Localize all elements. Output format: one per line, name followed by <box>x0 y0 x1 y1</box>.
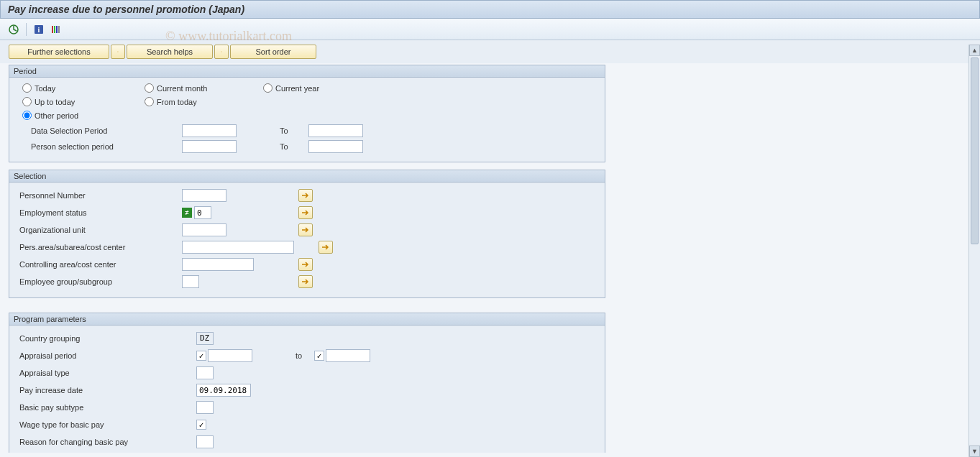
reason-input[interactable] <box>196 435 214 448</box>
radio-up-to-today[interactable]: Up to today <box>22 97 145 106</box>
selection-group: Selection Personnel Number Employment st… <box>9 170 605 298</box>
employee-group-input[interactable] <box>182 275 199 288</box>
wage-type-checkbox[interactable]: ✓ <box>196 420 206 430</box>
personnel-number-input[interactable] <box>182 189 226 202</box>
selection-group-title: Selection <box>9 170 605 183</box>
person-selection-to-label: To <box>280 142 308 151</box>
radio-current-month-label: Current month <box>157 84 207 93</box>
data-selection-from-input[interactable] <box>182 124 237 137</box>
svg-rect-6 <box>58 26 60 33</box>
reason-label: Reason for changing basic pay <box>17 438 196 446</box>
radio-current-year[interactable]: Current year <box>263 83 371 93</box>
radio-other-period[interactable]: Other period <box>22 111 145 120</box>
basic-pay-subtype-label: Basic pay subtype <box>17 403 196 412</box>
search-helps-button[interactable]: Search helps <box>127 45 213 59</box>
pers-area-label: Pers.area/subarea/cost center <box>17 243 182 251</box>
svg-text:i: i <box>38 26 40 34</box>
sort-order-button[interactable]: Sort order <box>230 45 316 59</box>
list-icon[interactable] <box>50 23 63 36</box>
employment-status-input[interactable] <box>194 206 211 219</box>
svg-rect-3 <box>52 26 53 33</box>
svg-rect-4 <box>54 26 55 33</box>
person-selection-period-label: Person selection period <box>17 142 182 151</box>
radio-from-today-label: From today <box>157 98 197 106</box>
pay-increase-date-input[interactable] <box>196 384 251 397</box>
svg-rect-5 <box>56 26 58 33</box>
appraisal-type-label: Appraisal type <box>17 369 196 377</box>
personnel-number-label: Personnel Number <box>17 191 182 200</box>
vertical-scrollbar[interactable]: ▲ ▼ <box>968 45 980 457</box>
controlling-area-multi-button[interactable] <box>298 258 313 271</box>
personnel-number-multi-button[interactable] <box>298 189 313 202</box>
employee-group-label: Employee group/subgroup <box>17 277 182 286</box>
sort-order-arrow-icon[interactable] <box>214 45 229 59</box>
controlling-area-label: Controlling area/cost center <box>17 260 182 269</box>
info-icon[interactable]: i <box>32 23 45 36</box>
appraisal-period-to-label: to <box>296 351 314 360</box>
appraisal-period-from-input[interactable] <box>208 349 252 362</box>
scroll-thumb[interactable] <box>971 57 979 244</box>
country-grouping-value: DZ <box>196 332 214 345</box>
data-selection-to-label: To <box>280 126 308 135</box>
controlling-area-input[interactable] <box>182 258 254 271</box>
appraisal-period-checkbox[interactable]: ✓ <box>196 351 206 361</box>
radio-today-label: Today <box>35 84 55 93</box>
program-parameters-group: Program parameters Country grouping DZ A… <box>9 313 605 453</box>
pay-increase-date-label: Pay increase date <box>17 386 196 394</box>
radio-current-month[interactable]: Current month <box>145 83 263 93</box>
search-helps-arrow-icon[interactable] <box>111 45 125 59</box>
not-equal-icon[interactable]: ≠ <box>182 208 192 218</box>
appraisal-period-label: Appraisal period <box>17 351 196 360</box>
person-selection-from-input[interactable] <box>182 140 237 153</box>
wage-type-label: Wage type for basic pay <box>17 420 196 429</box>
pers-area-input[interactable] <box>182 241 294 254</box>
selection-button-row: Further selections Search helps Sort ord… <box>0 40 980 63</box>
data-selection-period-label: Data Selection Period <box>17 126 182 135</box>
appraisal-type-input[interactable] <box>196 366 214 379</box>
program-parameters-title: Program parameters <box>9 313 605 326</box>
person-selection-to-input[interactable] <box>308 140 363 153</box>
toolbar-separator <box>26 23 27 36</box>
radio-from-today[interactable]: From today <box>145 97 263 106</box>
scroll-down-icon[interactable]: ▼ <box>969 446 980 457</box>
execute-icon[interactable] <box>7 23 20 36</box>
org-unit-multi-button[interactable] <box>298 223 313 236</box>
page-title: Pay increase due to personnel promotion … <box>0 0 980 19</box>
radio-other-period-label: Other period <box>35 111 78 120</box>
org-unit-label: Organizational unit <box>17 226 182 234</box>
period-group-title: Period <box>9 65 605 78</box>
employee-group-multi-button[interactable] <box>298 275 313 288</box>
employment-status-multi-button[interactable] <box>298 206 313 219</box>
appraisal-period-to-checkbox[interactable]: ✓ <box>314 351 324 361</box>
data-selection-to-input[interactable] <box>308 124 363 137</box>
radio-today[interactable]: Today <box>22 83 145 93</box>
radio-current-year-label: Current year <box>275 84 319 93</box>
pers-area-multi-button[interactable] <box>319 241 333 254</box>
country-grouping-label: Country grouping <box>17 334 196 343</box>
appraisal-period-to-input[interactable] <box>326 349 370 362</box>
further-selections-button[interactable]: Further selections <box>9 45 109 59</box>
radio-up-to-today-label: Up to today <box>35 98 75 106</box>
content-area: Further selections Search helps Sort ord… <box>0 40 980 453</box>
app-toolbar: i <box>0 19 980 40</box>
period-group: Period Today Current month Current year … <box>9 65 605 162</box>
basic-pay-subtype-input[interactable] <box>196 401 214 414</box>
scroll-up-icon[interactable]: ▲ <box>969 45 980 56</box>
employment-status-label: Employment status <box>17 208 182 217</box>
org-unit-input[interactable] <box>182 223 226 236</box>
